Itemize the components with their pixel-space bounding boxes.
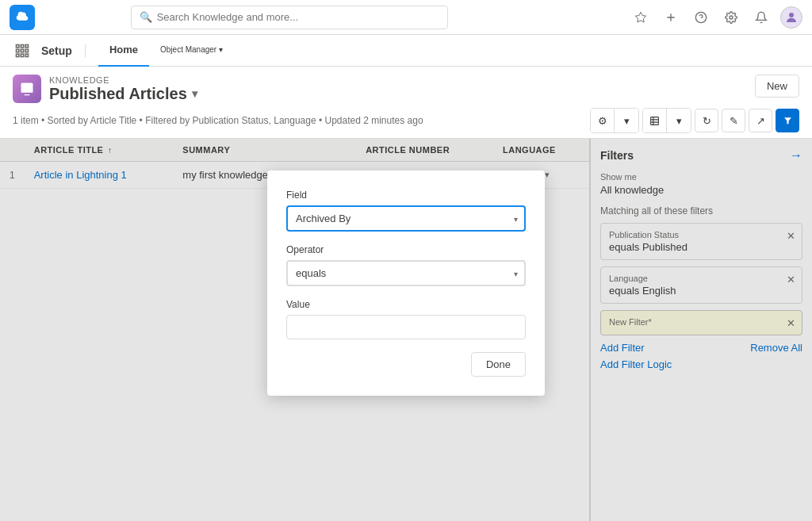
knowledge-icon xyxy=(13,75,41,103)
settings-icon[interactable] xyxy=(720,6,742,29)
svg-point-2 xyxy=(789,13,794,17)
list-actions: ⚙ ▾ ▾ ↻ ✎ ↗ xyxy=(590,108,799,133)
modal-operator-label: Operator xyxy=(286,244,526,255)
share-button[interactable]: ↗ xyxy=(749,109,772,132)
modal-value-group: Value xyxy=(286,299,526,339)
page-title-area: Knowledge Published Articles ▾ xyxy=(49,75,197,103)
svg-point-1 xyxy=(730,16,733,19)
action-btn-group-view: ▾ xyxy=(642,108,691,133)
refresh-button[interactable]: ↻ xyxy=(695,109,718,132)
chevron-down-icon: ▾ xyxy=(219,45,223,54)
svg-rect-10 xyxy=(21,54,23,56)
svg-rect-3 xyxy=(17,44,19,47)
modal-value-label: Value xyxy=(286,299,526,310)
svg-rect-4 xyxy=(21,44,23,47)
table-view-button[interactable] xyxy=(643,109,667,132)
modal-operator-group: Operator equals ▾ xyxy=(286,244,526,286)
app-name: Setup xyxy=(41,44,86,57)
chevron-down-button[interactable]: ▾ xyxy=(615,109,638,132)
modal-field-select[interactable]: Archived By xyxy=(286,205,526,232)
svg-rect-9 xyxy=(17,54,19,56)
modal-operator-select[interactable]: equals xyxy=(286,260,526,286)
modal-field-group: Field Archived By ▾ xyxy=(286,190,526,232)
app-nav: Setup Home Object Manager ▾ xyxy=(0,35,812,67)
search-input[interactable] xyxy=(157,11,439,23)
page-title: Published Articles ▾ xyxy=(49,85,197,103)
tab-object-manager[interactable]: Object Manager ▾ xyxy=(149,35,234,67)
avatar[interactable] xyxy=(780,6,802,29)
page-wrapper: 🔍 Setup xyxy=(0,0,812,521)
modal-done-button[interactable]: Done xyxy=(471,352,526,377)
bell-icon[interactable] xyxy=(750,6,772,29)
nav-tabs: Home Object Manager ▾ xyxy=(98,35,234,67)
modal-value-input[interactable] xyxy=(286,315,526,339)
help-icon[interactable] xyxy=(690,6,712,29)
filter-button[interactable] xyxy=(776,109,799,132)
modal-operator-select-wrapper: equals ▾ xyxy=(286,260,526,286)
svg-rect-12 xyxy=(21,83,33,93)
svg-rect-7 xyxy=(21,49,23,52)
filter-modal: Field Archived By ▾ Operator equals xyxy=(267,170,545,396)
top-nav: 🔍 xyxy=(0,0,812,35)
salesforce-logo[interactable] xyxy=(10,5,35,30)
tab-home[interactable]: Home xyxy=(98,35,149,67)
page-header-top: Knowledge Published Articles ▾ New xyxy=(13,75,799,103)
star-icon[interactable] xyxy=(630,6,652,29)
svg-rect-8 xyxy=(25,49,28,52)
content-area: Article Title ↑ Summary Article Number L… xyxy=(0,139,812,521)
modal-footer: Done xyxy=(286,352,526,377)
svg-rect-13 xyxy=(651,117,659,125)
nav-icons xyxy=(630,6,802,29)
app-launcher[interactable] xyxy=(10,38,35,63)
svg-rect-11 xyxy=(25,54,28,56)
list-info: 1 item • Sorted by Article Title • Filte… xyxy=(13,103,799,138)
edit-button[interactable]: ✎ xyxy=(722,109,745,132)
action-btn-group-table: ⚙ ▾ xyxy=(590,108,639,133)
gear-button[interactable]: ⚙ xyxy=(591,109,615,132)
page-header-left: Knowledge Published Articles ▾ xyxy=(13,75,197,103)
modal-field-select-wrapper: Archived By ▾ xyxy=(286,205,526,232)
page-title-dropdown-icon[interactable]: ▾ xyxy=(192,87,197,100)
add-icon[interactable] xyxy=(660,6,682,29)
list-info-text: 1 item • Sorted by Article Title • Filte… xyxy=(13,115,423,126)
svg-rect-5 xyxy=(25,44,28,47)
page-subtitle: Knowledge xyxy=(49,75,197,85)
new-button[interactable]: New xyxy=(755,75,799,98)
modal-field-label: Field xyxy=(286,190,526,201)
chevron-view-button[interactable]: ▾ xyxy=(667,109,691,132)
svg-rect-6 xyxy=(17,49,19,52)
page-header: Knowledge Published Articles ▾ New 1 ite… xyxy=(0,67,812,139)
modal-overlay: Field Archived By ▾ Operator equals xyxy=(0,139,812,521)
search-bar[interactable]: 🔍 xyxy=(131,6,448,29)
search-icon: 🔍 xyxy=(140,11,152,23)
